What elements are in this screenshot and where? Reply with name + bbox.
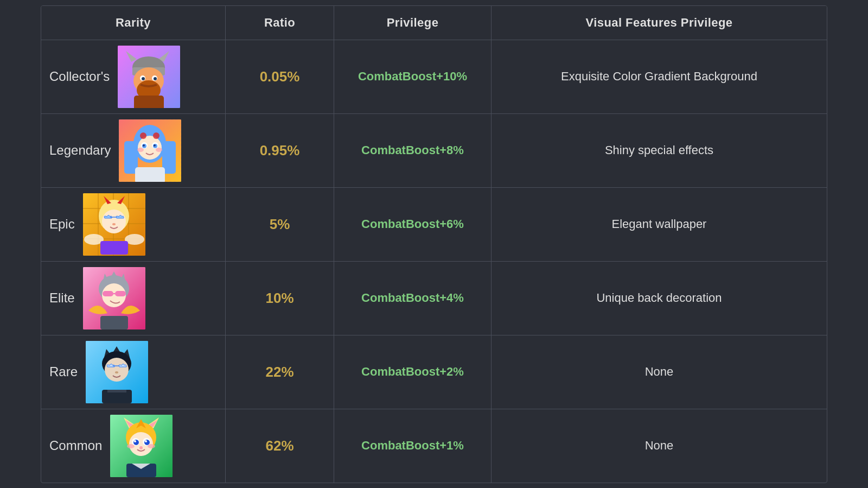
svg-rect-29 [135,167,165,182]
svg-point-23 [143,144,145,147]
rarity-name-elite: Elite [49,290,75,306]
table-row: Epic [41,188,827,262]
svg-point-76 [133,440,139,445]
privilege-common: CombatBoost+1% [334,409,492,483]
svg-rect-45 [100,241,128,255]
rarity-name-common: Common [49,438,102,453]
svg-rect-65 [107,390,126,392]
header-visual: Visual Features Privilege [492,6,827,40]
svg-point-40 [102,210,126,233]
ratio-legendary: 0.95% [226,114,334,187]
svg-point-81 [148,444,155,448]
privilege-elite: CombatBoost+4% [334,262,492,335]
table-row: Common [41,409,827,483]
visual-legendary: Shiny special effects [492,114,827,187]
table-row: Elite [41,262,827,335]
character-image-rare [86,341,148,403]
header-rarity: Rarity [41,6,226,40]
character-image-legendary [119,119,181,182]
table-row: Legendary [41,114,827,188]
privilege-collectors: CombatBoost+10% [334,40,492,113]
visual-collectors: Exquisite Color Gradient Background [492,40,827,113]
svg-point-26 [156,148,162,152]
rarity-cell-collectors: Collector's [41,40,226,113]
ratio-common: 62% [226,409,334,483]
svg-point-82 [139,446,143,449]
rarity-table: Rarity Ratio Privilege Visual Features P… [41,5,827,483]
character-image-epic [83,193,145,256]
rarity-cell-legendary: Legendary [41,114,226,187]
rarity-cell-epic: Epic [41,188,226,261]
header-ratio: Ratio [226,6,334,40]
visual-common: None [492,409,827,483]
table-row: Collector's [41,40,827,114]
svg-point-18 [138,136,162,160]
privilege-legendary: CombatBoost+8% [334,114,492,187]
svg-point-42 [112,223,116,225]
rarity-name-legendary: Legendary [49,143,111,158]
svg-point-24 [154,144,156,147]
character-image-elite [83,267,145,329]
visual-rare: None [492,335,827,409]
ratio-elite: 10% [226,262,334,335]
svg-point-61 [105,358,129,382]
rarity-cell-common: Common [41,409,226,483]
character-image-collectors [118,46,180,108]
visual-elite: Unique back decoration [492,262,827,335]
header-privilege: Privilege [334,6,492,40]
rarity-cell-elite: Elite [41,262,226,335]
svg-point-78 [134,440,136,442]
character-image-common [110,415,173,477]
ratio-rare: 22% [226,335,334,409]
svg-rect-52 [103,291,113,296]
ratio-epic: 5% [226,188,334,261]
rarity-name-collectors: Collector's [49,69,110,84]
privilege-rare: CombatBoost+2% [334,335,492,409]
privilege-epic: CombatBoost+6% [334,188,492,261]
svg-rect-55 [100,316,128,329]
visual-epic: Elegant wallpaper [492,188,827,261]
table-row: Rare [41,335,827,409]
table-header: Rarity Ratio Privilege Visual Features P… [41,6,827,40]
svg-point-9 [142,77,145,80]
svg-point-80 [127,444,135,448]
rarity-cell-rare: Rare [41,335,226,409]
svg-rect-53 [115,291,126,296]
svg-point-28 [153,132,159,139]
svg-point-27 [140,132,146,139]
rarity-name-epic: Epic [49,217,75,232]
svg-point-63 [115,371,118,373]
svg-point-77 [144,440,150,445]
rarity-name-rare: Rare [49,364,78,379]
ratio-collectors: 0.05% [226,40,334,113]
svg-rect-12 [134,96,164,108]
svg-point-25 [137,148,144,152]
svg-point-10 [154,77,157,80]
svg-point-79 [145,440,147,442]
